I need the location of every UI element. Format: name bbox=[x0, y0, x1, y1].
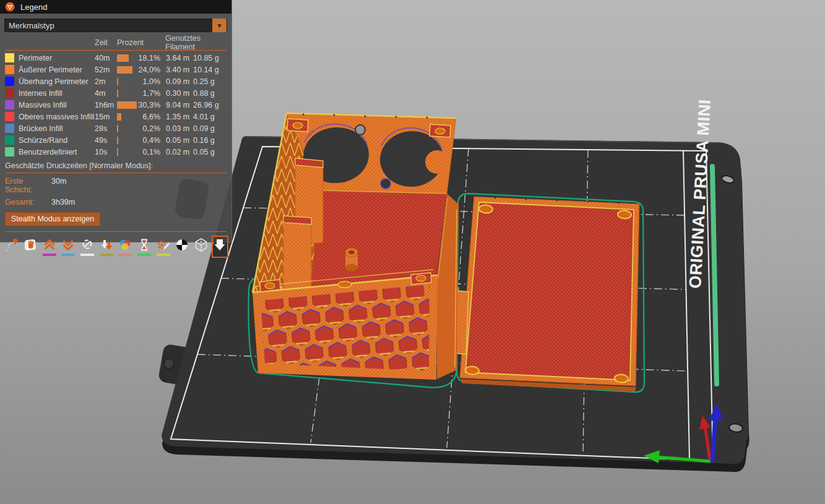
color-changes-icon bbox=[118, 237, 132, 252]
legend-row-top-solid-infill[interactable]: Oberes massives Infill 15m 6,6% 1.35 m 4… bbox=[0, 111, 231, 122]
percent-bar bbox=[117, 66, 132, 74]
legend-table-header: Zeit Prozent Genutztes Filament bbox=[0, 36, 231, 49]
custom-gcodes-icon bbox=[156, 237, 171, 252]
view-type-dropdown[interactable]: Merkmalstyp ▼ bbox=[4, 19, 227, 32]
cylinder-boss bbox=[345, 248, 358, 271]
toolhead-marker-icon bbox=[212, 237, 227, 252]
legend-row-outer-perimeter[interactable]: Äußerer Perimeter 52m 24,0% 3.40 m 10.14… bbox=[0, 64, 231, 75]
percent-bar bbox=[117, 101, 137, 109]
percent-bar bbox=[117, 137, 118, 144]
toolbar-tool-changes[interactable] bbox=[98, 236, 114, 258]
legend-titlebar[interactable]: Legend bbox=[0, 0, 231, 14]
percent-bar bbox=[117, 113, 121, 121]
model-box bbox=[253, 113, 459, 380]
view-type-value: Merkmalstyp bbox=[5, 21, 212, 30]
total-label: Gesamt: bbox=[5, 198, 51, 207]
percent-bar bbox=[117, 125, 118, 132]
color-swatch bbox=[5, 100, 14, 109]
percent-bar bbox=[117, 90, 118, 97]
prusa-logo-icon bbox=[4, 1, 15, 12]
color-swatch bbox=[5, 112, 14, 121]
col-filament: Genutztes Filament bbox=[165, 34, 227, 51]
toolbar-custom-gcodes[interactable] bbox=[155, 236, 171, 258]
seams-icon bbox=[80, 237, 95, 252]
first-layer-label: Erste Schicht: bbox=[5, 177, 51, 194]
color-swatch bbox=[5, 88, 14, 98]
legend-panel: Legend Merkmalstyp ▼ Zeit Prozent Genutz… bbox=[0, 0, 232, 242]
preview-toolbar bbox=[0, 232, 231, 260]
small-hole-mid bbox=[381, 179, 391, 189]
color-swatch bbox=[5, 65, 14, 74]
legend-row-overhang-perimeter[interactable]: Überhang Perimeter 2m 1,0% 0.09 m 0.25 g bbox=[0, 75, 231, 87]
color-swatch bbox=[5, 53, 14, 62]
estimates-heading: Geschätzte Druckzeiten [Normaler Modus]: bbox=[0, 158, 231, 171]
color-swatch bbox=[5, 147, 14, 156]
toolbar-seams[interactable] bbox=[79, 236, 96, 258]
toolbar-retractions[interactable] bbox=[41, 236, 58, 258]
total-value: 3h39m bbox=[51, 198, 75, 207]
first-layer-value: 30m bbox=[51, 177, 66, 194]
toolbar-center-of-gravity[interactable] bbox=[174, 236, 191, 258]
model-plate bbox=[454, 197, 639, 391]
legend-row-custom[interactable]: Benutzerdefiniert 10s 0,1% 0.02 m 0.05 g bbox=[0, 146, 231, 158]
toolbar-pause-prints[interactable] bbox=[136, 236, 152, 258]
deretractions-icon bbox=[61, 237, 76, 252]
legend-row-skirt-brim[interactable]: Schürze/Rand 49s 0,4% 0.05 m 0.16 g bbox=[0, 134, 231, 146]
toolbar-color-changes[interactable] bbox=[117, 236, 134, 258]
legend-row-bridge-infill[interactable]: Brücken Infill 28s 0,2% 0.03 m 0.09 g bbox=[0, 122, 231, 134]
tool-changes-icon bbox=[99, 237, 114, 252]
percent-bar bbox=[117, 54, 129, 62]
toolbar-wipe[interactable] bbox=[22, 236, 39, 258]
toolbar-deretractions[interactable] bbox=[60, 236, 77, 258]
legend-row-perimeter[interactable]: Perimeter 40m 18,1% 3.64 m 10.85 g bbox=[0, 52, 231, 64]
col-time: Zeit bbox=[95, 38, 117, 47]
chevron-down-icon[interactable]: ▼ bbox=[212, 19, 227, 32]
percent-bar bbox=[117, 78, 118, 85]
prusaslicer-preview-window: ORIGINAL PRUSA MINI bbox=[0, 0, 825, 504]
wipe-icon bbox=[23, 237, 38, 252]
color-swatch bbox=[5, 77, 14, 86]
legend-row-solid-infill[interactable]: Massives Infill 1h6m 30,3% 9.04 m 26.96 … bbox=[0, 99, 231, 111]
pause-prints-icon bbox=[137, 237, 152, 252]
bed-clip-bump bbox=[164, 359, 174, 369]
divider bbox=[5, 173, 227, 173]
travel-icon bbox=[4, 237, 19, 252]
legend-row-internal-infill[interactable]: Internes Infill 4m 1,7% 0.30 m 0.88 g bbox=[0, 87, 231, 99]
toolbar-travel[interactable] bbox=[3, 236, 20, 258]
center-of-gravity-icon bbox=[175, 237, 189, 252]
color-swatch bbox=[5, 135, 14, 145]
panel-title: Legend bbox=[20, 2, 47, 12]
shells-icon bbox=[194, 237, 209, 252]
toolbar-shells[interactable] bbox=[192, 236, 209, 258]
small-hole-top bbox=[355, 125, 365, 135]
col-percent: Prozent bbox=[117, 38, 165, 47]
retractions-icon bbox=[42, 237, 57, 252]
stealth-mode-button[interactable]: Stealth Modus anzeigen bbox=[5, 212, 100, 226]
percent-bar bbox=[117, 148, 118, 156]
toolbar-toolhead-marker[interactable] bbox=[212, 236, 228, 258]
color-swatch bbox=[5, 124, 14, 133]
